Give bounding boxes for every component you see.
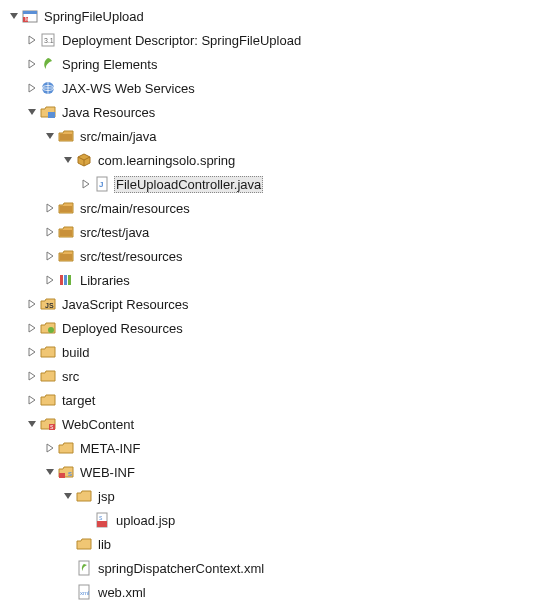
collapse-arrow-icon[interactable]: [78, 176, 94, 192]
no-arrow: [60, 560, 76, 576]
collapse-arrow-icon[interactable]: [24, 32, 40, 48]
tree-item-label: FileUploadController.java: [114, 176, 263, 193]
package-folder-icon: [58, 128, 74, 144]
tree-item[interactable]: SWEB-INF: [6, 460, 554, 484]
tree-item-label: src/main/java: [78, 128, 159, 145]
svg-text:xml: xml: [80, 590, 89, 596]
svg-rect-22: [59, 473, 65, 478]
collapse-arrow-icon[interactable]: [42, 248, 58, 264]
tree-item-label: src/test/resources: [78, 248, 185, 265]
tree-item[interactable]: src/test/resources: [6, 244, 554, 268]
expand-arrow-icon[interactable]: [24, 104, 40, 120]
libraries-icon: [58, 272, 74, 288]
tree-item-label: WebContent: [60, 416, 136, 433]
svg-rect-17: [68, 275, 71, 285]
svg-rect-27: [79, 561, 89, 575]
tree-item[interactable]: com.learningsolo.spring: [6, 148, 554, 172]
tree-item-label: springDispatcherContext.xml: [96, 560, 266, 577]
tree-item-label: Deployment Descriptor: SpringFileUpload: [60, 32, 303, 49]
expand-arrow-icon[interactable]: [24, 416, 40, 432]
package-folder-icon: [58, 200, 74, 216]
tree-item-label: web.xml: [96, 584, 148, 601]
folder-icon: [58, 440, 74, 456]
tree-item[interactable]: Supload.jsp: [6, 508, 554, 532]
tree-item[interactable]: lib: [6, 532, 554, 556]
svg-text:3.1: 3.1: [44, 37, 54, 44]
collapse-arrow-icon[interactable]: [24, 296, 40, 312]
package-icon: [76, 152, 92, 168]
tree-item[interactable]: src/main/java: [6, 124, 554, 148]
expand-arrow-icon[interactable]: [42, 128, 58, 144]
package-folder-icon: [58, 224, 74, 240]
js-resources-icon: JS: [40, 296, 56, 312]
svg-text:J: J: [99, 180, 103, 189]
xml-spring-icon: [76, 560, 92, 576]
collapse-arrow-icon[interactable]: [24, 368, 40, 384]
java-resources-icon: [40, 104, 56, 120]
collapse-arrow-icon[interactable]: [42, 224, 58, 240]
tree-item[interactable]: Deployed Resources: [6, 316, 554, 340]
tree-item[interactable]: JSJavaScript Resources: [6, 292, 554, 316]
collapse-arrow-icon[interactable]: [42, 272, 58, 288]
tree-item-label: upload.jsp: [114, 512, 177, 529]
tree-item-label: WEB-INF: [78, 464, 137, 481]
expand-arrow-icon[interactable]: [60, 488, 76, 504]
collapse-arrow-icon[interactable]: [24, 344, 40, 360]
tree-item-label: build: [60, 344, 91, 361]
tree-item[interactable]: JFileUploadController.java: [6, 172, 554, 196]
tree-item[interactable]: src/main/resources: [6, 196, 554, 220]
tree-item[interactable]: META-INF: [6, 436, 554, 460]
svg-text:S: S: [68, 471, 72, 477]
folder-icon: [40, 368, 56, 384]
tree-item-label: src: [60, 368, 81, 385]
collapse-arrow-icon[interactable]: [24, 392, 40, 408]
tree-item-label: JAX-WS Web Services: [60, 80, 197, 97]
folder-icon: [40, 392, 56, 408]
spring-elements-icon: [40, 56, 56, 72]
svg-rect-1: [23, 11, 37, 14]
tree-item[interactable]: target: [6, 388, 554, 412]
expand-arrow-icon[interactable]: [6, 8, 22, 24]
tree-item[interactable]: src/test/java: [6, 220, 554, 244]
tree-item[interactable]: jsp: [6, 484, 554, 508]
tree-item[interactable]: xmlweb.xml: [6, 580, 554, 604]
tree-item-label: SpringFileUpload: [42, 8, 146, 25]
svg-rect-9: [60, 134, 72, 140]
tree-item[interactable]: JAX-WS Web Services: [6, 76, 554, 100]
web-inf-icon: S: [58, 464, 74, 480]
tree-item[interactable]: springDispatcherContext.xml: [6, 556, 554, 580]
xml-file-icon: xml: [76, 584, 92, 600]
jsp-file-icon: S: [94, 512, 110, 528]
svg-rect-14: [60, 254, 72, 260]
tree-item-label: Deployed Resources: [60, 320, 185, 337]
tree-item[interactable]: src: [6, 364, 554, 388]
tree-item-label: JavaScript Resources: [60, 296, 190, 313]
java-file-icon: J: [94, 176, 110, 192]
svg-text:M: M: [25, 16, 29, 22]
expand-arrow-icon[interactable]: [42, 464, 58, 480]
svg-rect-15: [60, 275, 63, 285]
collapse-arrow-icon[interactable]: [42, 440, 58, 456]
tree-item[interactable]: Libraries: [6, 268, 554, 292]
package-folder-icon: [58, 248, 74, 264]
tree-item[interactable]: SWebContent: [6, 412, 554, 436]
collapse-arrow-icon[interactable]: [24, 80, 40, 96]
svg-rect-13: [60, 230, 72, 236]
tree-item-label: jsp: [96, 488, 117, 505]
collapse-arrow-icon[interactable]: [24, 320, 40, 336]
collapse-arrow-icon[interactable]: [24, 56, 40, 72]
tree-item[interactable]: Spring Elements: [6, 52, 554, 76]
svg-rect-12: [60, 206, 72, 212]
project-explorer-tree: MSpringFileUpload3.1Deployment Descripto…: [6, 4, 554, 605]
svg-text:JS: JS: [45, 302, 54, 309]
expand-arrow-icon[interactable]: [60, 152, 76, 168]
tree-item-label: Java Resources: [60, 104, 157, 121]
tree-item-label: Libraries: [78, 272, 132, 289]
tree-item[interactable]: 3.1Deployment Descriptor: SpringFileUplo…: [6, 28, 554, 52]
web-content-icon: S: [40, 416, 56, 432]
tree-item[interactable]: Java Resources: [6, 100, 554, 124]
tree-item[interactable]: build: [6, 340, 554, 364]
folder-icon: [40, 344, 56, 360]
tree-item[interactable]: MSpringFileUpload: [6, 4, 554, 28]
collapse-arrow-icon[interactable]: [42, 200, 58, 216]
